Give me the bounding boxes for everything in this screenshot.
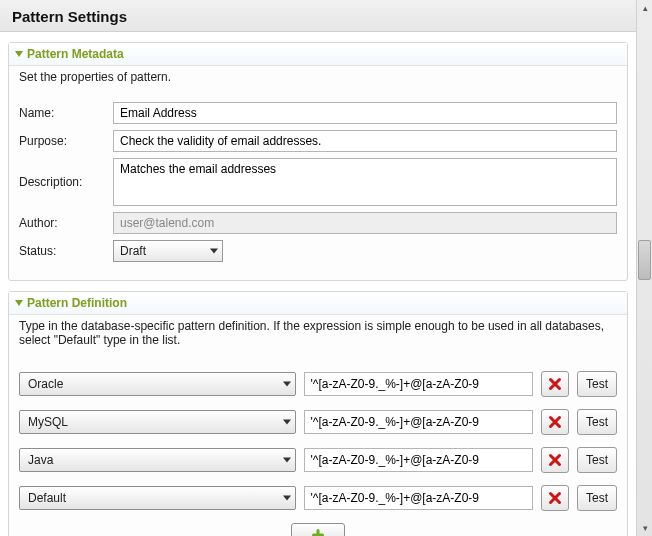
row-status: Status: Draft bbox=[19, 240, 617, 262]
delete-icon bbox=[548, 415, 562, 429]
pattern-input[interactable] bbox=[304, 486, 533, 510]
definition-row: DefaultTest bbox=[19, 485, 617, 511]
db-type-value: Oracle bbox=[28, 377, 63, 391]
db-type-select[interactable]: Oracle bbox=[19, 372, 296, 396]
chevron-down-icon bbox=[283, 496, 291, 501]
chevron-down-icon bbox=[15, 300, 23, 306]
section-pattern-definition: Pattern Definition Type in the database-… bbox=[8, 291, 628, 536]
status-select[interactable]: Draft bbox=[113, 240, 223, 262]
delete-icon bbox=[548, 377, 562, 391]
row-purpose: Purpose: bbox=[19, 130, 617, 152]
description-textarea[interactable]: Matches the email addresses bbox=[113, 158, 617, 206]
delete-icon bbox=[548, 491, 562, 505]
add-pattern-button[interactable] bbox=[291, 523, 345, 536]
section-title-definition: Pattern Definition bbox=[27, 296, 127, 310]
chevron-down-icon bbox=[15, 51, 23, 57]
definition-row: MySQLTest bbox=[19, 409, 617, 435]
label-purpose: Purpose: bbox=[19, 134, 105, 148]
db-type-select[interactable]: MySQL bbox=[19, 410, 296, 434]
row-description: Description: Matches the email addresses bbox=[19, 158, 617, 206]
chevron-down-icon bbox=[210, 249, 218, 254]
delete-pattern-button[interactable] bbox=[541, 371, 569, 397]
delete-pattern-button[interactable] bbox=[541, 409, 569, 435]
test-pattern-button[interactable]: Test bbox=[577, 371, 617, 397]
row-name: Name: bbox=[19, 102, 617, 124]
section-header-definition[interactable]: Pattern Definition bbox=[9, 292, 627, 315]
purpose-input[interactable] bbox=[113, 130, 617, 152]
pattern-input[interactable] bbox=[304, 448, 533, 472]
label-description: Description: bbox=[19, 175, 105, 189]
section-body-metadata: Name: Purpose: Description: Matches the … bbox=[9, 92, 627, 280]
db-type-value: Java bbox=[28, 453, 53, 467]
db-type-value: MySQL bbox=[28, 415, 68, 429]
section-header-metadata[interactable]: Pattern Metadata bbox=[9, 43, 627, 66]
db-type-select[interactable]: Java bbox=[19, 448, 296, 472]
section-desc-metadata: Set the properties of pattern. bbox=[9, 66, 627, 92]
db-type-select[interactable]: Default bbox=[19, 486, 296, 510]
test-pattern-button[interactable]: Test bbox=[577, 409, 617, 435]
label-status: Status: bbox=[19, 244, 105, 258]
chevron-down-icon bbox=[283, 458, 291, 463]
pattern-input[interactable] bbox=[304, 410, 533, 434]
add-row-container bbox=[19, 523, 617, 536]
section-title-metadata: Pattern Metadata bbox=[27, 47, 124, 61]
chevron-down-icon bbox=[283, 382, 291, 387]
add-icon bbox=[311, 528, 325, 536]
row-author: Author: bbox=[19, 212, 617, 234]
pattern-settings-panel: Pattern Settings Pattern Metadata Set th… bbox=[0, 0, 636, 536]
definition-row: JavaTest bbox=[19, 447, 617, 473]
definition-row: OracleTest bbox=[19, 371, 617, 397]
author-input bbox=[113, 212, 617, 234]
section-body-definition: OracleTestMySQLTestJavaTestDefaultTest bbox=[9, 355, 627, 536]
name-input[interactable] bbox=[113, 102, 617, 124]
delete-pattern-button[interactable] bbox=[541, 485, 569, 511]
delete-icon bbox=[548, 453, 562, 467]
db-type-value: Default bbox=[28, 491, 66, 505]
scrollbar-thumb[interactable] bbox=[638, 240, 651, 280]
page-title: Pattern Settings bbox=[12, 8, 624, 25]
status-value: Draft bbox=[120, 244, 146, 258]
scroll-up-icon[interactable]: ▴ bbox=[637, 0, 652, 16]
pattern-input[interactable] bbox=[304, 372, 533, 396]
section-desc-definition: Type in the database-specific pattern de… bbox=[9, 315, 627, 355]
section-pattern-metadata: Pattern Metadata Set the properties of p… bbox=[8, 42, 628, 281]
chevron-down-icon bbox=[283, 420, 291, 425]
scrollbar-vertical[interactable]: ▴ ▾ bbox=[636, 0, 652, 536]
title-bar: Pattern Settings bbox=[0, 0, 636, 32]
scroll-down-icon[interactable]: ▾ bbox=[637, 520, 652, 536]
label-author: Author: bbox=[19, 216, 105, 230]
test-pattern-button[interactable]: Test bbox=[577, 447, 617, 473]
label-name: Name: bbox=[19, 106, 105, 120]
delete-pattern-button[interactable] bbox=[541, 447, 569, 473]
test-pattern-button[interactable]: Test bbox=[577, 485, 617, 511]
